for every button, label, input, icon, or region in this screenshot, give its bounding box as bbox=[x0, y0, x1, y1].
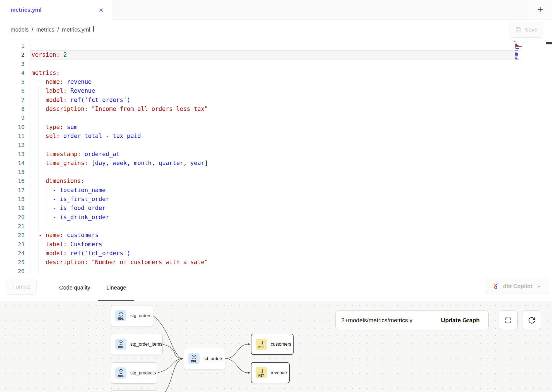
line-number: 15 bbox=[0, 168, 30, 176]
line-number: 14 bbox=[0, 159, 30, 168]
tab-code-quality[interactable]: Code quality bbox=[51, 275, 98, 301]
close-icon[interactable]: ✕ bbox=[99, 7, 104, 13]
lineage-edge bbox=[225, 344, 248, 359]
model-cube-icon: MDL bbox=[188, 353, 200, 364]
minimap-line bbox=[515, 46, 517, 47]
tab-metrics-yml[interactable]: metrics.yml ✕ bbox=[0, 0, 112, 20]
code-line[interactable] bbox=[30, 222, 515, 231]
breadcrumb-separator: / bbox=[32, 26, 33, 33]
minimap-line bbox=[515, 50, 517, 51]
tab-lineage[interactable]: Lineage bbox=[98, 275, 134, 301]
code-line[interactable]: type: sum bbox=[30, 123, 515, 132]
update-graph-button[interactable]: Update Graph bbox=[432, 311, 488, 330]
code-line[interactable]: - is_first_order bbox=[30, 195, 515, 204]
code-line[interactable]: - is_food_order bbox=[30, 204, 515, 212]
code-line[interactable]: timestamp: ordered_at bbox=[30, 150, 515, 159]
code-line[interactable]: dimensions: bbox=[30, 176, 515, 185]
node-label: stg_order_items bbox=[130, 342, 162, 347]
code-line[interactable]: model: ref('fct_orders') bbox=[30, 249, 515, 258]
lineage-canvas[interactable]: MDLstg_ordersMDLstg_order_itemsMDLstg_pr… bbox=[0, 301, 552, 392]
code-line[interactable] bbox=[30, 41, 515, 50]
refresh-button[interactable] bbox=[522, 310, 541, 330]
lineage-node-stg_products[interactable]: MDLstg_products bbox=[111, 362, 157, 384]
lineage-node-stg_orders[interactable]: MDLstg_orders bbox=[111, 305, 153, 326]
node-label: stg_orders bbox=[130, 313, 152, 318]
panel-tabs: Code quality Lineage bbox=[51, 275, 134, 301]
format-button[interactable]: Format bbox=[6, 279, 37, 295]
code-line[interactable]: time_grains: [day, week, month, quarter,… bbox=[30, 159, 515, 168]
plus-icon: + bbox=[537, 4, 543, 16]
code-line[interactable] bbox=[30, 113, 515, 122]
lineage-node-customers[interactable]: METcustomers bbox=[251, 334, 294, 355]
indent-guide bbox=[39, 222, 39, 231]
code-line[interactable]: sql: order_total - tax_paid bbox=[30, 132, 515, 140]
minimap-line bbox=[516, 47, 517, 48]
code-area[interactable]: version: 2metrics: - name: revenue label… bbox=[30, 41, 515, 275]
text-cursor bbox=[93, 26, 94, 32]
minimap-line bbox=[517, 50, 518, 51]
breadcrumb-metrics: metrics bbox=[36, 26, 54, 33]
edge-arrowhead bbox=[248, 371, 250, 374]
minimap-line bbox=[515, 53, 517, 54]
model-cube-icon: MDL bbox=[115, 310, 126, 321]
code-line[interactable]: - is_drink_order bbox=[30, 213, 515, 222]
lineage-node-fct_orders[interactable]: MDLfct_orders bbox=[184, 348, 225, 369]
code-line[interactable]: description: "Income from all orders les… bbox=[30, 104, 515, 113]
tab-strip-empty bbox=[112, 0, 528, 20]
lineage-node-revenue[interactable]: METrevenue bbox=[251, 362, 290, 383]
code-line[interactable]: description: "Number of customers with a… bbox=[30, 258, 515, 267]
line-number: 1 bbox=[0, 41, 30, 50]
editor-scrollbar-track[interactable] bbox=[545, 39, 552, 275]
minimap-line bbox=[515, 54, 518, 55]
fullscreen-button[interactable] bbox=[499, 310, 518, 330]
code-line[interactable]: model: ref('fct_orders') bbox=[30, 95, 515, 104]
code-line[interactable]: - name: revenue bbox=[30, 77, 515, 86]
code-line[interactable] bbox=[30, 267, 515, 275]
breadcrumb-row: models / metrics / metrics.yml Save bbox=[0, 20, 552, 39]
code-line[interactable] bbox=[30, 140, 515, 149]
code-line[interactable]: - name: customers bbox=[30, 231, 515, 240]
lineage-filter-input[interactable] bbox=[336, 311, 432, 330]
minimap[interactable] bbox=[514, 40, 532, 65]
node-label: fct_orders bbox=[203, 356, 223, 361]
minimap-line bbox=[515, 58, 516, 58]
lineage-node-offscreen_node[interactable] bbox=[111, 390, 157, 392]
line-number: 6 bbox=[0, 86, 30, 95]
minimap-line bbox=[516, 58, 517, 58]
tab-bar: metrics.yml ✕ + bbox=[0, 0, 552, 20]
code-line[interactable]: label: Revenue bbox=[30, 86, 515, 95]
metric-chart-icon: MET bbox=[256, 339, 267, 350]
save-label: Save bbox=[525, 27, 537, 33]
line-number: 19 bbox=[0, 204, 30, 212]
line-number-gutter: 1234567891011121314151617181920212223242… bbox=[0, 41, 30, 275]
line-number: 17 bbox=[0, 186, 30, 195]
code-line[interactable]: label: Customers bbox=[30, 240, 515, 249]
line-number: 12 bbox=[0, 140, 30, 149]
line-number: 16 bbox=[0, 176, 30, 185]
metric-chart-icon: MET bbox=[256, 367, 267, 378]
code-line[interactable] bbox=[30, 168, 515, 176]
new-tab-button[interactable]: + bbox=[528, 0, 552, 20]
indent-guide bbox=[39, 140, 39, 149]
code-line[interactable] bbox=[30, 59, 515, 68]
dbt-copilot-icon bbox=[492, 283, 499, 290]
code-line[interactable]: - location_name bbox=[30, 186, 515, 195]
code-line[interactable]: metrics: bbox=[30, 68, 515, 77]
line-number: 18 bbox=[0, 195, 30, 204]
line-number: 3 bbox=[0, 59, 30, 68]
minimap-line bbox=[516, 41, 516, 42]
lineage-node-stg_order_items[interactable]: MDLstg_order_items bbox=[111, 334, 163, 355]
model-cube-icon: MDL bbox=[115, 339, 126, 350]
dbt-copilot-button[interactable]: dbt Copilot bbox=[485, 279, 549, 294]
line-number: 5 bbox=[0, 77, 30, 86]
save-button[interactable]: Save bbox=[510, 22, 543, 38]
node-kind-label: MDL bbox=[191, 360, 197, 363]
code-line[interactable]: version: 2 bbox=[30, 50, 515, 59]
minimap-line bbox=[514, 41, 515, 42]
lineage-edge bbox=[163, 344, 181, 359]
editor-scrollbar-thumb[interactable] bbox=[546, 42, 552, 44]
minimap-line bbox=[515, 58, 516, 59]
code-editor[interactable]: 1234567891011121314151617181920212223242… bbox=[0, 39, 552, 275]
line-number: 8 bbox=[0, 104, 30, 113]
line-number: 9 bbox=[0, 113, 30, 122]
